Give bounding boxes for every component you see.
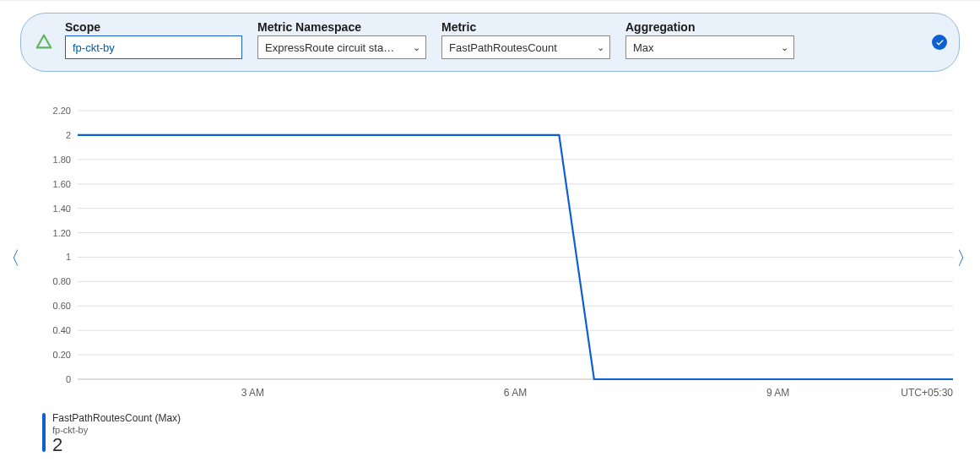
metric-selector-pill: Scope fp-ckt-by Metric Namespace Express… <box>20 13 960 72</box>
svg-text:0.20: 0.20 <box>53 350 71 360</box>
chevron-down-icon: ⌄ <box>413 42 420 53</box>
aggregation-select[interactable]: Max ⌄ <box>625 35 794 59</box>
namespace-label: Metric Namespace <box>257 20 426 34</box>
svg-text:6 AM: 6 AM <box>504 387 527 399</box>
resource-icon <box>35 33 53 52</box>
svg-text:0: 0 <box>66 374 71 384</box>
chevron-down-icon: ⌄ <box>781 42 788 53</box>
svg-marker-0 <box>37 35 51 48</box>
aggregation-value: Max <box>633 41 654 54</box>
metric-select[interactable]: FastPathRoutesCount ⌄ <box>441 35 610 59</box>
svg-text:0.80: 0.80 <box>53 276 71 286</box>
legend-color-swatch <box>42 413 46 452</box>
svg-text:0.40: 0.40 <box>53 325 71 335</box>
legend-metric-name: FastPathRoutesCount (Max) <box>52 413 181 425</box>
legend-text: FastPathRoutesCount (Max) fp-ckt-by 2 <box>52 413 181 455</box>
svg-text:1.20: 1.20 <box>53 228 71 238</box>
svg-text:1: 1 <box>66 252 71 262</box>
svg-text:UTC+05:30: UTC+05:30 <box>901 387 953 399</box>
aggregation-label: Aggregation <box>625 20 794 34</box>
svg-text:0.60: 0.60 <box>53 301 71 311</box>
namespace-group: Metric Namespace ExpressRoute circuit st… <box>257 20 426 59</box>
apply-check-icon[interactable] <box>932 35 947 50</box>
metric-label: Metric <box>441 20 610 34</box>
scope-label: Scope <box>65 20 242 34</box>
legend-value: 2 <box>52 434 181 455</box>
scope-group: Scope fp-ckt-by <box>65 20 242 59</box>
svg-text:2: 2 <box>66 130 71 140</box>
chevron-down-icon: ⌄ <box>597 42 604 53</box>
scope-input[interactable]: fp-ckt-by <box>65 35 242 59</box>
svg-text:3 AM: 3 AM <box>241 387 264 399</box>
svg-text:9 AM: 9 AM <box>766 387 789 399</box>
metric-group: Metric FastPathRoutesCount ⌄ <box>441 20 610 59</box>
aggregation-group: Aggregation Max ⌄ <box>625 20 794 59</box>
metric-value: FastPathRoutesCount <box>449 41 557 54</box>
chevron-left-icon[interactable]: 〈 <box>2 246 20 271</box>
namespace-value: ExpressRoute circuit sta… <box>265 41 394 54</box>
svg-text:1.80: 1.80 <box>53 155 71 165</box>
metric-chart: 00.200.400.600.8011.201.401.601.8022.203… <box>42 107 956 403</box>
scope-value: fp-ckt-by <box>73 41 115 54</box>
svg-text:1.60: 1.60 <box>53 179 71 189</box>
chart-legend[interactable]: FastPathRoutesCount (Max) fp-ckt-by 2 <box>42 413 181 455</box>
svg-text:1.40: 1.40 <box>53 204 71 214</box>
chevron-right-icon[interactable]: 〉 <box>956 246 975 271</box>
namespace-select[interactable]: ExpressRoute circuit sta… ⌄ <box>257 35 426 59</box>
svg-text:2.20: 2.20 <box>53 107 71 116</box>
chart-svg: 00.200.400.600.8011.201.401.601.8022.203… <box>42 107 956 403</box>
